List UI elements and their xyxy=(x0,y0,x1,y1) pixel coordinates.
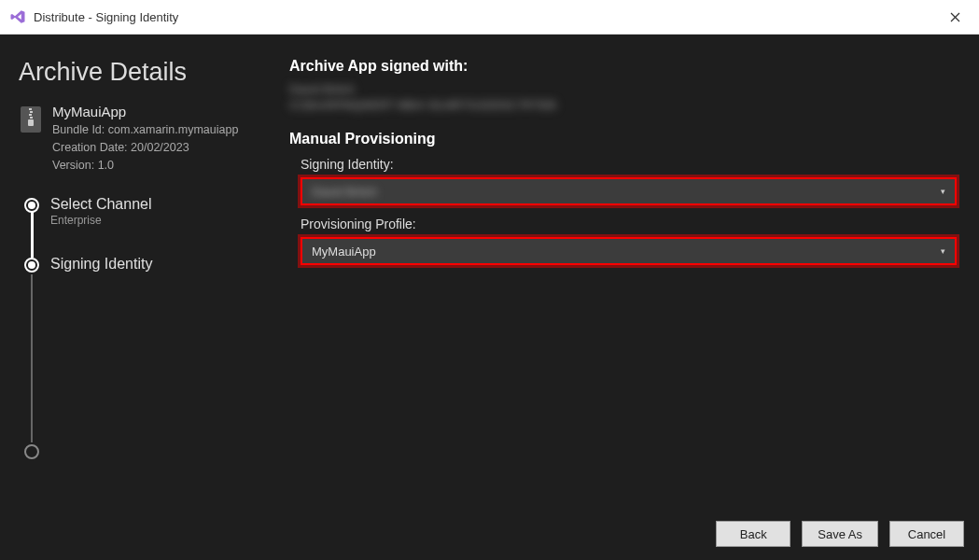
step-node-icon xyxy=(24,258,39,273)
content-area: Archive Details MyMauiApp Bundle Id: com… xyxy=(0,35,979,508)
step-subtitle: Enterprise xyxy=(50,214,152,227)
chevron-down-icon: ▾ xyxy=(941,246,945,256)
window-title: Distribute - Signing Identity xyxy=(34,10,940,24)
footer: Back Save As Cancel xyxy=(0,508,979,560)
archive-icon xyxy=(19,105,43,133)
svg-rect-6 xyxy=(30,117,33,119)
creation-date: Creation Date: 20/02/2023 xyxy=(52,139,238,157)
signing-identity-dropdown[interactable]: David Britch ▾ xyxy=(301,177,957,205)
svg-rect-3 xyxy=(29,108,32,110)
step-node-icon xyxy=(24,198,39,213)
step-title: Signing Identity xyxy=(50,256,152,273)
signed-with-name: David Britch xyxy=(289,82,960,96)
svg-rect-7 xyxy=(28,119,34,126)
archive-details-heading: Archive Details xyxy=(19,58,261,87)
vs-logo-icon xyxy=(9,8,26,25)
right-column: Archive App signed with: David Britch CC… xyxy=(280,58,960,508)
provisioning-profile-value: MyMauiApp xyxy=(312,245,941,259)
step-signing-identity[interactable]: Signing Identity xyxy=(24,256,261,274)
signed-with-heading: Archive App signed with: xyxy=(289,58,960,75)
step-node-icon xyxy=(24,444,39,459)
manual-provisioning-heading: Manual Provisioning xyxy=(289,131,960,147)
cancel-button[interactable]: Cancel xyxy=(889,521,964,547)
step-connector xyxy=(31,274,33,442)
app-name: MyMauiApp xyxy=(52,104,238,119)
wizard-steps: Select Channel Enterprise Signing Identi… xyxy=(19,196,261,461)
back-button[interactable]: Back xyxy=(716,521,790,547)
signing-identity-value: David Britch xyxy=(312,185,941,199)
step-title: Select Channel xyxy=(50,196,152,213)
version: Version: 1.0 xyxy=(52,157,238,175)
step-select-channel[interactable]: Select Channel Enterprise xyxy=(24,196,261,256)
signed-with-hash: CCBAARPMQWERT MBAI SILMR7GGDDSC7R7505 xyxy=(289,99,960,112)
signed-with-info: David Britch CCBAARPMQWERT MBAI SILMR7GG… xyxy=(289,82,960,112)
step-connector xyxy=(31,211,34,258)
app-info: MyMauiApp Bundle Id: com.xamarin.mymauia… xyxy=(19,104,261,174)
provisioning-profile-label: Provisioning Profile: xyxy=(289,217,960,231)
step-final xyxy=(24,442,261,461)
svg-rect-5 xyxy=(29,114,32,116)
close-button[interactable] xyxy=(940,3,970,31)
provisioning-profile-dropdown[interactable]: MyMauiApp ▾ xyxy=(301,237,957,265)
save-as-button[interactable]: Save As xyxy=(802,521,878,547)
chevron-down-icon: ▾ xyxy=(941,187,945,196)
bundle-id: Bundle Id: com.xamarin.mymauiapp xyxy=(52,121,238,139)
titlebar: Distribute - Signing Identity xyxy=(0,0,979,35)
left-column: Archive Details MyMauiApp Bundle Id: com… xyxy=(19,58,280,508)
svg-rect-4 xyxy=(30,111,33,113)
signing-identity-label: Signing Identity: xyxy=(289,157,960,172)
step-gap xyxy=(24,274,261,442)
